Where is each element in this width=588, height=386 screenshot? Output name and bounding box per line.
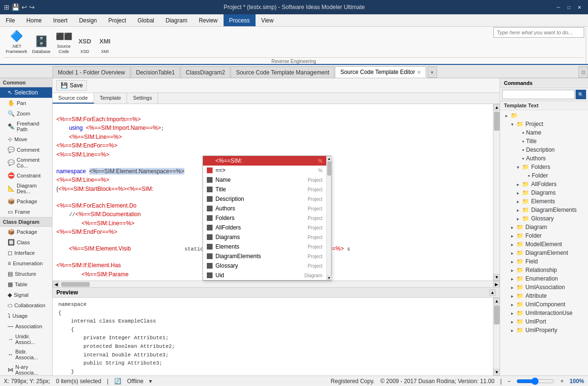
menu-home[interactable]: Home: [21, 14, 47, 26]
ac-item-authors[interactable]: Authors Project: [203, 204, 326, 213]
preview-vscroll-thumb[interactable]: [494, 305, 500, 324]
tab-source-code-template-editor[interactable]: Source Code Template Editor ✕: [335, 66, 426, 78]
ac-item-name[interactable]: Name Project: [203, 175, 326, 185]
sidebar-item-usage[interactable]: ⤵Usage: [0, 311, 52, 321]
close-button[interactable]: ✕: [575, 2, 584, 12]
sidebar-item-interface[interactable]: ◻Interface: [0, 248, 52, 258]
btn-database[interactable]: 🗄️ Database: [30, 33, 53, 55]
sidebar-item-constraint[interactable]: ⛔Constraint: [0, 170, 52, 181]
preview-content[interactable]: namespace { internal class ExampleClass …: [53, 298, 493, 376]
tree-project[interactable]: ▾ 📁 Project: [500, 120, 588, 128]
tree-umlproperty[interactable]: ▸ 📁 UmlProperty: [500, 326, 588, 334]
sidebar-item-pan[interactable]: ✋Pan: [0, 98, 52, 108]
tree-allfolders[interactable]: ▸ 📁 AllFolders: [500, 180, 588, 188]
tree-folder-node[interactable]: ▸ 📁 Folder: [500, 231, 588, 240]
sidebar-item-zoom[interactable]: 🔍Zoom: [0, 108, 52, 119]
ac-item-elements[interactable]: Elements Project: [203, 242, 326, 251]
btn-net-framework[interactable]: 🔷 .NETFramework: [4, 28, 29, 55]
ac-item-close[interactable]: ==> %: [203, 166, 326, 175]
code-vscroll[interactable]: ▲ ▼: [493, 104, 500, 281]
sub-tab-settings[interactable]: Settings: [127, 93, 158, 104]
ac-item-folders[interactable]: Folders Project: [203, 213, 326, 223]
tab-source-code-template-mgmt[interactable]: Source Code Template Management: [231, 66, 334, 78]
ac-vscroll-thumb[interactable]: [327, 161, 331, 176]
tree-diagram[interactable]: ▸ 📁 Diagram: [500, 223, 588, 231]
zoom-increase[interactable]: +: [560, 378, 564, 385]
sidebar-item-frame[interactable]: ▭Frame: [0, 207, 52, 217]
sidebar-item-collaboration[interactable]: ⬭Collaboration: [0, 300, 52, 311]
tree-field[interactable]: ▸ 📁 Field: [500, 257, 588, 266]
app-menu-icon[interactable]: ⊞: [4, 3, 10, 11]
preview-vscroll-up[interactable]: ▲: [489, 289, 496, 296]
sidebar-item-signal[interactable]: ◆Signal: [0, 290, 52, 300]
menu-insert[interactable]: Insert: [47, 14, 73, 26]
vscroll-up[interactable]: ▲: [493, 104, 500, 111]
tab-decision-table[interactable]: DecisionTable1: [131, 66, 180, 78]
menu-diagram[interactable]: Diagram: [160, 14, 193, 26]
save-icon[interactable]: 💾: [11, 3, 20, 11]
preview-vscroll-up-btn[interactable]: ▲: [493, 298, 500, 304]
sidebar-item-nary-assoc[interactable]: ⋈N-ary Associa...: [0, 362, 52, 376]
tree-glossary[interactable]: ▸ 📁 Glossary: [500, 214, 588, 223]
zoom-slider[interactable]: [516, 378, 555, 385]
ac-item-diagramelements[interactable]: DiagramElements Project: [203, 251, 326, 261]
sidebar-item-bidir-assoc[interactable]: ↔Bidir. Associa...: [0, 347, 52, 362]
undo-icon[interactable]: ↩: [21, 3, 27, 11]
ac-item-diagrams[interactable]: Diagrams Project: [203, 232, 326, 242]
ac-vscroll-up[interactable]: ▲: [327, 156, 331, 161]
ac-item-allfolders[interactable]: AllFolders Project: [203, 223, 326, 232]
ac-vscroll[interactable]: ▲ ▼: [326, 156, 331, 280]
btn-xmi[interactable]: XMI XMI: [96, 33, 115, 55]
tab-close-button[interactable]: ✕: [417, 70, 421, 75]
sidebar-item-diagram-des[interactable]: 📐Diagram Des...: [0, 181, 52, 196]
btn-xsd[interactable]: XSD XSD: [75, 33, 95, 55]
sidebar-item-class-package[interactable]: 📦Package: [0, 227, 52, 237]
maximize-button[interactable]: □: [564, 2, 574, 12]
ac-item-uid[interactable]: Uid Diagram: [203, 271, 326, 280]
minimize-button[interactable]: ─: [554, 2, 563, 12]
code-hscroll[interactable]: ◀ ▶: [53, 281, 500, 287]
tree-diagramelement[interactable]: ▸ 📁 DiagramElement: [500, 249, 588, 257]
menu-design[interactable]: Design: [73, 14, 102, 26]
sidebar-item-structure[interactable]: ▤Structure: [0, 269, 52, 279]
sidebar-item-table[interactable]: ▦Table: [0, 279, 52, 290]
commands-search-input[interactable]: [502, 90, 575, 99]
sidebar-item-comment[interactable]: 💬Comment: [0, 145, 52, 155]
menu-review[interactable]: Review: [193, 14, 223, 26]
tree-project-description[interactable]: ▪ Description: [500, 146, 588, 154]
menu-process[interactable]: Process: [224, 14, 256, 26]
tree-elements[interactable]: ▸ 📁 Elements: [500, 197, 588, 206]
app-icons[interactable]: ⊞ 💾 ↩ ↪: [4, 3, 35, 11]
tree-umlcomponent[interactable]: ▸ 📁 UmlComponent: [500, 300, 588, 309]
menu-project[interactable]: Project: [103, 14, 132, 26]
tree-modelelement[interactable]: ▸ 📁 ModelElement: [500, 240, 588, 249]
tree-umlinteractionuse[interactable]: ▸ 📁 UmlInteractionUse: [500, 309, 588, 317]
preview-vscroll[interactable]: ▲ ▼: [493, 298, 500, 376]
ribbon-search-input[interactable]: [493, 27, 584, 38]
tree-root[interactable]: ▸ 📁: [500, 111, 588, 120]
sidebar-item-unidir-assoc[interactable]: →Unidir. Associ...: [0, 332, 52, 347]
hscroll-left[interactable]: ◀: [53, 281, 59, 288]
vscroll-thumb[interactable]: [494, 112, 500, 131]
btn-source-code[interactable]: ⬛⬛ SourceCode: [53, 28, 75, 55]
tree-project-name[interactable]: ▪ Name: [500, 128, 588, 137]
sidebar-item-move[interactable]: ⊹Move: [0, 134, 52, 145]
autocomplete-dropdown[interactable]: <%==SIM: % ==> % Name: [203, 156, 331, 281]
sidebar-item-comment-co[interactable]: 💬Comment Co...: [0, 155, 52, 170]
sidebar-item-freehand-path[interactable]: ✒️Freehand Path: [0, 119, 52, 134]
tree-folder-item[interactable]: ▪ Folder: [500, 171, 588, 180]
restore-button[interactable]: ⊡: [578, 66, 588, 78]
ac-vscroll-down[interactable]: ▼: [327, 275, 331, 280]
hscroll-thumb[interactable]: [61, 282, 90, 287]
tree-attribute[interactable]: ▸ 📁 Attribute: [500, 292, 588, 300]
tab-class-diagram2[interactable]: ClassDiagram2: [181, 66, 230, 78]
sub-tab-source-code[interactable]: Source code: [53, 93, 94, 104]
preview-vscroll-down-btn[interactable]: ▼: [493, 369, 500, 376]
tab-folder-overview[interactable]: Model 1 - Folder Overview: [53, 66, 130, 78]
tree-project-title[interactable]: ▪ Title: [500, 137, 588, 146]
ac-item-description[interactable]: Description Project: [203, 194, 326, 204]
ac-item-sim[interactable]: <%==SIM: %: [203, 156, 326, 166]
sidebar-item-package[interactable]: 📦Package: [0, 196, 52, 207]
zoom-decrease[interactable]: −: [507, 378, 511, 385]
tree-project-authors[interactable]: ▪ Authors: [500, 154, 588, 163]
